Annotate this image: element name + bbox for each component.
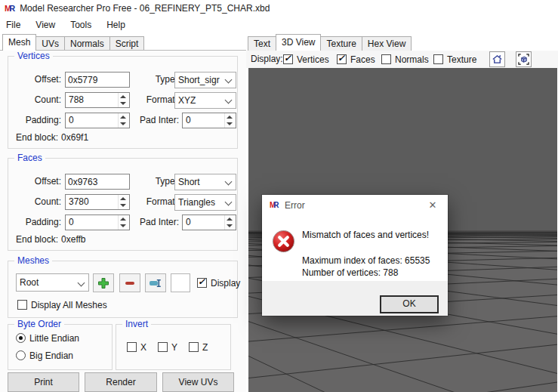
invert-y-checkbox[interactable]: ✓ Y bbox=[158, 341, 177, 353]
invert-group: Invert ✓ X ✓ Y ✓ Z bbox=[116, 324, 231, 370]
add-mesh-button[interactable] bbox=[93, 273, 114, 292]
invert-x-checkbox[interactable]: ✓ X bbox=[127, 341, 146, 353]
checkbox-box: ✓ bbox=[337, 54, 347, 64]
vertices-type-label: Type: bbox=[132, 72, 177, 88]
vertices-offset-input[interactable] bbox=[65, 72, 130, 88]
display-texture-label: Texture bbox=[447, 54, 476, 65]
print-button[interactable]: Print bbox=[8, 372, 79, 392]
home-view-button[interactable] bbox=[489, 51, 505, 67]
display-normals-checkbox[interactable]: ✓ Normals bbox=[381, 54, 429, 65]
mesh-small-input[interactable] bbox=[171, 273, 190, 292]
view-uvs-button[interactable]: View UVs bbox=[162, 372, 234, 392]
tab-text[interactable]: Text bbox=[248, 36, 276, 51]
spinner-buttons[interactable] bbox=[118, 113, 129, 128]
tab-script[interactable]: Script bbox=[109, 36, 145, 51]
spinner-up-icon bbox=[120, 197, 126, 200]
faces-padding-label: Padding: bbox=[11, 215, 61, 230]
faces-count-label: Count: bbox=[11, 194, 61, 210]
spinner-down-icon bbox=[120, 122, 126, 125]
spinner-buttons[interactable] bbox=[224, 113, 236, 128]
mesh-display-checkbox[interactable]: ✓ Display bbox=[197, 277, 240, 289]
vertices-count-value: 788 bbox=[69, 93, 84, 107]
app-window: MR Model Researcher Pro Free - 06_REFINE… bbox=[0, 0, 558, 392]
menu-view[interactable]: View bbox=[28, 17, 63, 33]
vertices-pad-inter-stepper[interactable]: 0 bbox=[182, 113, 236, 128]
chevron-down-icon bbox=[225, 97, 233, 104]
spinner-down-icon bbox=[227, 122, 233, 125]
fit-view-button[interactable] bbox=[516, 51, 532, 67]
display-all-meshes-label: Display All Meshes bbox=[31, 300, 107, 310]
checkbox-box: ✓ bbox=[158, 342, 168, 352]
faces-offset-input[interactable] bbox=[65, 174, 130, 190]
spinner-up-icon bbox=[227, 116, 233, 119]
faces-end-block: End block:0xeffb bbox=[16, 234, 86, 245]
checkbox-box: ✓ bbox=[127, 342, 137, 352]
faces-group-caption: Faces bbox=[14, 153, 45, 163]
invert-z-label: Z bbox=[202, 342, 208, 353]
error-detail-2: Number of vertices: 788 bbox=[302, 267, 398, 279]
mesh-display-label: Display bbox=[211, 278, 240, 289]
display-faces-checkbox[interactable]: ✓ Faces bbox=[337, 54, 375, 65]
ok-button[interactable]: OK bbox=[380, 295, 439, 313]
error-detail-1: Maximum index of faces: 65535 bbox=[302, 255, 430, 267]
logo-letter-r: R bbox=[9, 4, 14, 13]
faces-type-combo[interactable]: Short bbox=[174, 174, 236, 190]
logo-letter-r: R bbox=[273, 201, 278, 209]
vertices-group: Vertices Offset: Type: Short_sigr Count:… bbox=[8, 56, 238, 149]
faces-pad-inter-label: Pad Inter: bbox=[132, 215, 179, 230]
faces-row-1: Offset: Type: Short bbox=[8, 174, 237, 190]
invert-y-label: Y bbox=[171, 342, 177, 353]
menu-file[interactable]: File bbox=[0, 17, 28, 33]
vertices-count-stepper[interactable]: 788 bbox=[65, 92, 130, 108]
vertices-type-combo[interactable]: Short_sigr bbox=[174, 72, 236, 88]
spinner-down-icon bbox=[120, 102, 126, 105]
faces-count-stepper[interactable]: 3780 bbox=[65, 194, 130, 210]
left-tab-strip: Mesh UVs Normals Script bbox=[2, 33, 143, 51]
vertices-end-block-label: End block: bbox=[16, 132, 58, 143]
faces-padding-stepper[interactable]: 0 bbox=[65, 215, 130, 230]
checkbox-box: ✓ bbox=[17, 300, 27, 310]
faces-row-2: Count: 3780 Format: Triangles bbox=[8, 194, 237, 211]
display-texture-checkbox[interactable]: ✓ Texture bbox=[433, 54, 476, 65]
tab-uvs[interactable]: UVs bbox=[35, 36, 65, 51]
checkbox-box: ✓ bbox=[381, 54, 391, 64]
big-endian-radio[interactable]: Big Endian bbox=[16, 350, 73, 361]
menu-help[interactable]: Help bbox=[99, 17, 133, 33]
remove-mesh-button[interactable] bbox=[119, 273, 140, 292]
vertices-format-combo[interactable]: XYZ bbox=[174, 92, 236, 109]
faces-pad-inter-stepper[interactable]: 0 bbox=[182, 215, 236, 230]
spinner-buttons[interactable] bbox=[118, 195, 129, 209]
tab-hex-view[interactable]: Hex View bbox=[362, 36, 412, 51]
display-all-meshes-checkbox[interactable]: ✓ Display All Meshes bbox=[17, 299, 107, 310]
window-title: Model Researcher Pro Free - 06_REFINERY_… bbox=[20, 3, 270, 14]
vertices-group-caption: Vertices bbox=[14, 51, 53, 61]
chevron-down-icon bbox=[225, 76, 233, 84]
mesh-select-combo[interactable]: Root bbox=[16, 273, 89, 292]
spinner-up-icon bbox=[120, 116, 126, 119]
menu-tools[interactable]: Tools bbox=[63, 17, 99, 33]
display-label: Display: bbox=[251, 54, 283, 64]
display-vertices-checkbox[interactable]: ✓ Vertices bbox=[283, 54, 329, 65]
spinner-buttons[interactable] bbox=[118, 215, 129, 230]
spinner-buttons[interactable] bbox=[224, 215, 236, 230]
tab-mesh[interactable]: Mesh bbox=[2, 34, 36, 51]
tab-texture[interactable]: Texture bbox=[320, 36, 362, 51]
close-icon[interactable]: ✕ bbox=[422, 197, 443, 214]
invert-caption: Invert bbox=[122, 319, 151, 329]
invert-z-checkbox[interactable]: ✓ Z bbox=[189, 341, 208, 353]
spinner-down-icon bbox=[120, 224, 126, 227]
faces-format-combo[interactable]: Triangles bbox=[174, 194, 236, 211]
meshes-group-caption: Meshes bbox=[14, 255, 52, 266]
rename-mesh-button[interactable] bbox=[145, 273, 166, 292]
check-icon: ✓ bbox=[284, 53, 291, 63]
vertices-padding-stepper[interactable]: 0 bbox=[65, 113, 130, 128]
tab-3d-view[interactable]: 3D View bbox=[276, 34, 321, 51]
tab-normals[interactable]: Normals bbox=[64, 36, 110, 51]
vertices-pad-inter-label: Pad Inter: bbox=[132, 113, 179, 128]
chevron-down-icon bbox=[78, 279, 85, 287]
vertices-pad-inter-value: 0 bbox=[186, 113, 191, 128]
error-message: Mismatch of faces and vertices! bbox=[302, 230, 429, 241]
render-button[interactable]: Render bbox=[85, 372, 157, 392]
little-endian-radio[interactable]: Little Endian bbox=[16, 332, 79, 344]
spinner-buttons[interactable] bbox=[118, 93, 129, 107]
